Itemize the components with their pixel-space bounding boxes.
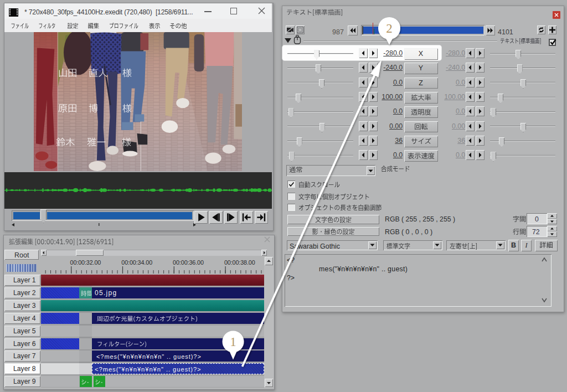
svg-text:1: 1 — [230, 335, 236, 349]
svg-text:2: 2 — [386, 22, 393, 35]
